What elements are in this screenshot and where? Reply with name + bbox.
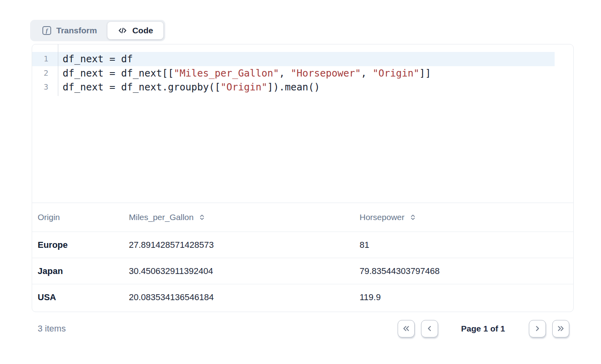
- sort-icon[interactable]: [199, 214, 205, 221]
- tab-transform-label: Transform: [56, 26, 97, 35]
- sort-icon[interactable]: [410, 214, 416, 221]
- code-text: df_next = df_next[["Miles_per_Gallon", "…: [58, 66, 431, 80]
- cell-miles-per-gallon: 27.891428571428573: [129, 240, 360, 250]
- gutter-divider: [58, 44, 58, 96]
- next-page-button[interactable]: [529, 320, 546, 337]
- table-row: Europe 27.891428571428573 81: [32, 232, 573, 258]
- page-indicator: Page 1 of 1: [461, 324, 505, 333]
- column-label: Miles_per_Gallon: [129, 213, 193, 222]
- table-footer: 3 items Page 1 of 1: [32, 312, 574, 345]
- previous-page-button[interactable]: [421, 320, 438, 337]
- first-page-button[interactable]: [398, 320, 415, 337]
- cell-miles-per-gallon: 20.083534136546184: [129, 292, 360, 303]
- table-header-row: Origin Miles_per_Gallon Horsepower: [32, 203, 573, 232]
- table-row: USA 20.083534136546184 119.9: [32, 284, 573, 310]
- column-header-horsepower[interactable]: Horsepower: [360, 213, 573, 222]
- code-line-3[interactable]: 3 df_next = df_next.groupby(["Origin"]).…: [32, 80, 573, 94]
- view-switcher: f Transform Code: [30, 20, 165, 41]
- tab-transform[interactable]: f Transform: [32, 22, 107, 39]
- code-editor[interactable]: 1 df_next = df 2 df_next = df_next[["Mil…: [32, 44, 573, 203]
- last-page-button[interactable]: [552, 320, 569, 337]
- results-panel: 1 df_next = df 2 df_next = df_next[["Mil…: [32, 44, 574, 312]
- column-label: Horsepower: [360, 213, 404, 222]
- cell-horsepower: 119.9: [360, 292, 573, 303]
- tab-code[interactable]: Code: [107, 22, 164, 39]
- cell-origin: USA: [38, 292, 129, 303]
- line-number: 1: [32, 52, 58, 66]
- function-icon: f: [42, 26, 51, 35]
- cell-origin: Japan: [38, 266, 129, 276]
- code-line-2[interactable]: 2 df_next = df_next[["Miles_per_Gallon",…: [32, 66, 573, 80]
- cell-origin: Europe: [38, 240, 129, 250]
- cell-horsepower: 79.83544303797468: [360, 266, 573, 276]
- tab-code-label: Code: [132, 26, 153, 35]
- double-chevron-right-icon: [556, 324, 566, 333]
- column-label: Origin: [38, 213, 60, 222]
- pagination: Page 1 of 1: [398, 320, 569, 337]
- table-row: Japan 30.450632911392404 79.835443037974…: [32, 258, 573, 284]
- cell-miles-per-gallon: 30.450632911392404: [129, 266, 360, 276]
- code-text: df_next = df: [58, 52, 133, 66]
- column-header-origin: Origin: [38, 213, 129, 222]
- double-chevron-left-icon: [401, 324, 411, 333]
- code-line-1[interactable]: 1 df_next = df: [32, 52, 573, 66]
- chevron-right-icon: [532, 324, 542, 333]
- items-count: 3 items: [32, 324, 66, 334]
- code-text: df_next = df_next.groupby(["Origin"]).me…: [58, 80, 320, 94]
- line-number: 3: [32, 80, 58, 94]
- cell-horsepower: 81: [360, 240, 573, 250]
- line-number: 2: [32, 66, 58, 80]
- chevron-left-icon: [425, 324, 434, 333]
- code-icon: [118, 26, 127, 35]
- column-header-miles-per-gallon[interactable]: Miles_per_Gallon: [129, 213, 360, 222]
